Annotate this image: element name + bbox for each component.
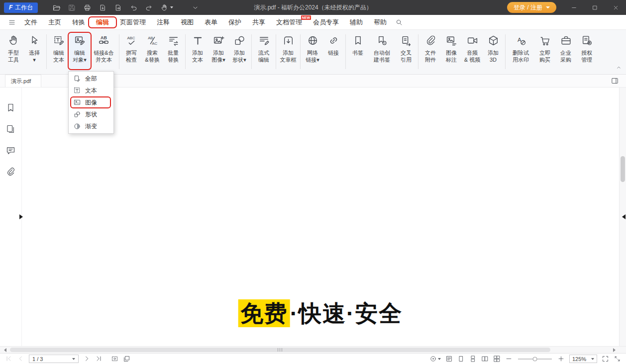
open-folder-icon[interactable] (50, 1, 63, 14)
ribbon-button-add-shape[interactable]: 添加 形状▾ (229, 32, 250, 71)
zoom-slider-thumb[interactable] (533, 357, 537, 361)
menu-tab-file[interactable]: 文件 (19, 15, 43, 30)
menu-tab-protect[interactable]: 保护 (223, 15, 247, 30)
workspace-button[interactable]: 工作台 (4, 2, 38, 13)
page-number-select[interactable]: 1 / 3 (29, 355, 79, 363)
left-panel-expand-handle[interactable] (19, 214, 23, 219)
edit-text-icon (53, 33, 65, 48)
horizontal-scrollbar[interactable] (0, 346, 626, 353)
menu-tab-home[interactable]: 主页 (43, 15, 67, 30)
continuous-view-icon[interactable] (469, 355, 477, 363)
ribbon-button-auto-bookmark[interactable]: 自动创 建书签 (368, 32, 396, 71)
hamburger-menu-icon[interactable] (5, 15, 19, 29)
save-icon[interactable] (65, 1, 79, 14)
ribbon-button-add-article-box[interactable]: 添加 文章框 (278, 32, 299, 71)
customize-toolbar-chevron-icon[interactable] (189, 1, 202, 14)
close-button[interactable] (605, 0, 626, 15)
ribbon-button-edit-object[interactable]: 编辑 对象▾ 全部 文本 图像 形状 渐变 (69, 32, 90, 71)
ribbon-button-cross-reference[interactable]: 交叉 引用 (396, 32, 417, 71)
export-pdf-icon[interactable] (96, 1, 109, 14)
hand-mode-icon[interactable] (158, 1, 176, 14)
right-panel-expand-handle[interactable] (622, 214, 626, 219)
dropdown-item-text[interactable]: 文本 (69, 85, 113, 96)
menu-tab-form[interactable]: 表单 (199, 15, 223, 30)
first-page-icon[interactable] (5, 355, 12, 363)
next-page-icon[interactable] (83, 355, 91, 363)
zoom-slider[interactable] (518, 359, 552, 360)
print-icon[interactable] (81, 1, 94, 14)
dropdown-item-image[interactable]: 图像 (69, 96, 113, 108)
ribbon-button-edit-text[interactable]: 编辑 文本 (48, 32, 69, 71)
ribbon-button-buy-now[interactable]: 立即 购买 (534, 32, 555, 71)
ribbon-button-remove-watermark[interactable]: A 删除试 用水印 (507, 32, 534, 71)
ribbon-button-file-attachment[interactable]: 文件 附件 (420, 32, 441, 71)
dropdown-item-shape[interactable]: 形状 (69, 108, 113, 120)
ribbon-button-bookmark[interactable]: 书签 (347, 32, 368, 71)
search-icon[interactable] (392, 15, 406, 29)
zoom-out-button[interactable] (505, 355, 513, 363)
buy-now-icon (539, 33, 551, 48)
scroll-right-arrow-icon[interactable] (610, 347, 618, 353)
panel-layout-icon[interactable] (611, 77, 619, 85)
ribbon-button-enterprise-purchase[interactable]: 企业 采购 (555, 32, 576, 71)
reading-mode-icon[interactable] (445, 355, 453, 363)
ribbon-button-search-replace[interactable]: ABAC 搜索 &替换 (142, 32, 163, 71)
fullscreen-icon[interactable] (602, 355, 609, 363)
menu-tab-page-management[interactable]: 页面管理 (114, 15, 151, 30)
scroll-left-arrow-icon[interactable] (1, 347, 9, 353)
menu-tab-doc-management[interactable]: 文档管理 NEW (271, 15, 308, 30)
facing-continuous-view-icon[interactable] (493, 355, 501, 363)
share-document-icon[interactable] (111, 1, 125, 14)
login-register-button[interactable]: 登录 / 注册 (507, 2, 556, 13)
collapse-ribbon-icon[interactable] (616, 64, 622, 71)
ribbon-button-audio-video[interactable]: 音频 & 视频 (462, 32, 483, 71)
menu-tab-convert[interactable]: 转换 (67, 15, 91, 30)
dropdown-item-all[interactable]: 全部 (69, 73, 113, 85)
ribbon-button-link-merge-text[interactable]: AB 链接&合 并文本 (90, 32, 117, 71)
menu-tab-edit[interactable]: 编辑 (91, 15, 114, 30)
vertical-scrollbar-thumb[interactable] (621, 156, 625, 182)
zoom-in-button[interactable] (557, 355, 565, 363)
ribbon-button-label: 拼写 检查 (126, 49, 137, 64)
horizontal-scrollbar-thumb[interactable] (10, 348, 550, 352)
actual-size-icon[interactable] (429, 355, 441, 363)
redo-icon[interactable] (142, 1, 156, 14)
menu-tab-help[interactable]: 帮助 (368, 15, 392, 30)
ribbon-button-hand-tool[interactable]: 手型 工具 (3, 32, 24, 71)
ribbon-button-spellcheck[interactable]: ABC 拼写 检查 (121, 32, 142, 71)
clipboard-copy-icon[interactable] (123, 355, 130, 363)
snapshot-icon[interactable] (111, 355, 118, 363)
fit-window-icon[interactable] (614, 355, 621, 363)
bookmarks-panel-icon[interactable] (5, 102, 16, 113)
ribbon-button-flow-edit[interactable]: 流式 编辑 (253, 32, 274, 71)
ribbon-button-add-image[interactable]: 添加 图像▾ (208, 32, 229, 71)
ribbon-button-batch-replace[interactable]: 批量 替换 (163, 32, 184, 71)
ribbon-button-web-link[interactable]: 网络 链接▾ (302, 32, 323, 71)
comments-panel-icon[interactable] (5, 145, 16, 156)
dropdown-item-gradient[interactable]: 渐变 (69, 120, 113, 132)
ribbon-button-link[interactable]: 链接 (323, 32, 344, 71)
menu-tab-accessibility[interactable]: 辅助 (344, 15, 368, 30)
ribbon-button-add-3d[interactable]: 添加 3D (483, 32, 504, 71)
maximize-button[interactable] (584, 0, 605, 15)
ribbon-button-license-manage[interactable]: 授权 管理 (576, 32, 597, 71)
ribbon-button-add-text[interactable]: 添加 文本 (187, 32, 208, 71)
menu-tab-view[interactable]: 视图 (175, 15, 199, 30)
document-tab[interactable]: 演示.pdf (5, 75, 41, 87)
zoom-level-select[interactable]: 125% (569, 355, 597, 363)
menu-tab-label: 文件 (24, 18, 37, 27)
page-thumbnails-icon[interactable] (5, 124, 16, 134)
ribbon-button-select[interactable]: 选择 ▾ (24, 32, 45, 71)
single-page-view-icon[interactable] (457, 355, 465, 363)
menu-tab-member-exclusive[interactable]: 会员专享 (308, 15, 344, 30)
ribbon-button-image-annotation[interactable]: 图像 标注 (441, 32, 462, 71)
menu-tab-comment[interactable]: 注释 (151, 15, 175, 30)
previous-page-icon[interactable] (17, 355, 24, 363)
ribbon-button-label: 搜索 &替换 (145, 49, 159, 64)
minimize-button[interactable] (563, 0, 584, 15)
attachments-panel-icon[interactable] (5, 167, 16, 177)
undo-icon[interactable] (127, 1, 140, 14)
last-page-icon[interactable] (95, 355, 103, 363)
facing-view-icon[interactable] (481, 355, 489, 363)
menu-tab-share[interactable]: 共享 (247, 15, 271, 30)
